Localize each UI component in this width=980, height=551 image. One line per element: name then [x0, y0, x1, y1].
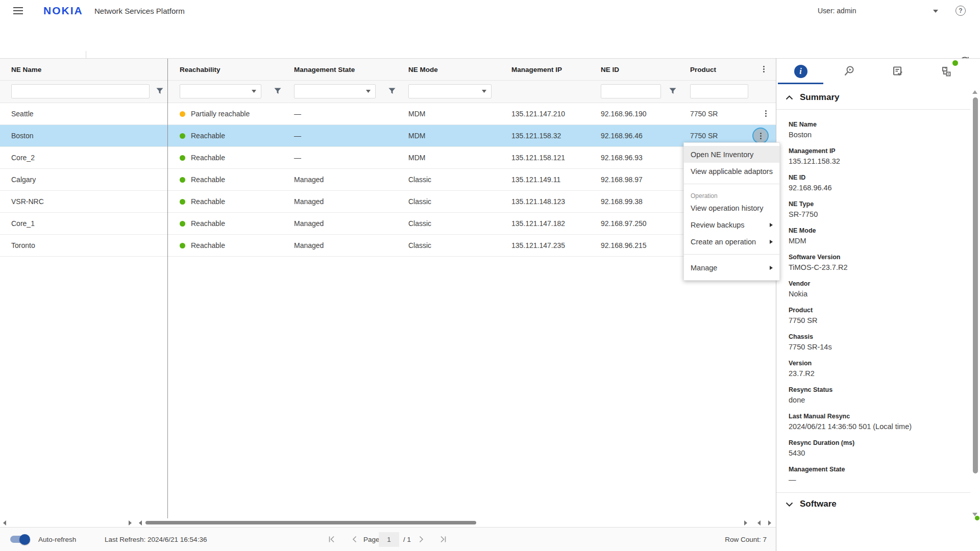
page-number-input[interactable]: [379, 532, 399, 547]
field-label: Resync Duration (ms): [789, 439, 970, 447]
product-filter-input[interactable]: [690, 84, 748, 98]
ne_name-filter-funnel-icon[interactable]: [156, 87, 164, 95]
field-value: 5430: [789, 448, 970, 458]
table-header-row: NE NameReachabilityManagement StateNE Mo…: [0, 59, 776, 81]
column-options-kebab-icon[interactable]: [763, 66, 765, 72]
panel-scrollbar-thumb[interactable]: [973, 97, 978, 473]
cell-ne_mode: Classic: [396, 235, 499, 256]
cell-ne_id: 92.168.99.38: [589, 191, 678, 212]
row-actions-kebab-icon[interactable]: [765, 110, 767, 117]
cell-management_ip: 135.121.148.123: [499, 191, 589, 212]
field-label: Product: [789, 307, 970, 314]
management_state-filter-funnel-icon[interactable]: [388, 87, 396, 95]
tab-search[interactable]: [825, 59, 873, 84]
field-label: Software Version: [789, 254, 970, 261]
scroll-right-icon[interactable]: [744, 520, 747, 525]
first-page-icon[interactable]: [328, 536, 335, 543]
cell-text: 7750 SR: [690, 132, 718, 140]
cell-ne_mode: MDM: [396, 103, 499, 124]
ne_id-filter-funnel-icon[interactable]: [669, 87, 677, 95]
field-label: NE ID: [789, 174, 970, 182]
menu-item-manage[interactable]: Manage: [684, 259, 779, 277]
column-header-management_state[interactable]: Management State: [282, 59, 396, 80]
menu-item-view-operation-history[interactable]: View operation history: [684, 199, 779, 216]
tab-info[interactable]: i: [776, 59, 825, 84]
cell-text: 135.121.158.121: [511, 154, 565, 162]
help-icon[interactable]: ?: [955, 6, 966, 16]
scroll-left-icon[interactable]: [139, 520, 142, 525]
software-section-header[interactable]: Software: [786, 499, 970, 509]
summary-field-ne-name: NE NameBoston: [789, 121, 970, 139]
panel-scroll-up-icon[interactable]: [972, 90, 977, 94]
table-row-Seattle[interactable]: SeattlePartially reachable—MDM135.121.14…: [0, 103, 776, 125]
summary-field-version: Version23.7.R2: [789, 360, 970, 378]
ne_mode-filter-select[interactable]: [408, 84, 492, 98]
table-row-VSR-NRC[interactable]: VSR-NRCReachableManagedClassic135.121.14…: [0, 191, 776, 213]
table-row-Toronto[interactable]: TorontoReachableManagedClassic135.121.14…: [0, 235, 776, 257]
field-label: Management IP: [789, 147, 970, 155]
column-header-ne_mode[interactable]: NE Mode: [396, 59, 499, 80]
cell-management_ip: 135.121.158.32: [499, 125, 589, 146]
table-row-Core_1[interactable]: Core_1ReachableManagedClassic135.121.147…: [0, 213, 776, 235]
field-value: done: [789, 395, 970, 405]
menu-item-label: Open NE Inventory: [691, 151, 753, 159]
reachability-filter-select[interactable]: [180, 84, 261, 98]
cell-ne_id: 92.168.98.97: [589, 169, 678, 190]
column-header-product[interactable]: Product: [678, 59, 776, 80]
tab-topology[interactable]: [922, 59, 970, 84]
column-header-ne_name[interactable]: NE Name: [0, 59, 167, 80]
cell-text: Reachable: [191, 219, 225, 228]
horizontal-scrollbar-thumb[interactable]: [145, 521, 476, 524]
column-header-management_ip[interactable]: Management IP: [499, 59, 589, 80]
table-row-Core_2[interactable]: Core_2Reachable—MDM135.121.158.12192.168…: [0, 147, 776, 169]
scroll-left-icon[interactable]: [757, 520, 761, 525]
summary-field-software-version: Software VersionTiMOS-C-23.7.R2: [789, 254, 970, 272]
last-page-icon[interactable]: [440, 536, 447, 543]
field-value: 2024/06/21 14:36:50 501 (Local time): [789, 422, 970, 431]
scroll-right-icon[interactable]: [129, 520, 132, 525]
field-value: Boston: [789, 130, 970, 139]
horizontal-scrollbar[interactable]: [0, 518, 776, 527]
details-panel: i: [776, 59, 980, 551]
next-page-icon[interactable]: [418, 536, 425, 543]
cell-text: Classic: [408, 219, 431, 228]
scroll-left-icon[interactable]: [3, 520, 6, 525]
menu-item-review-backups[interactable]: Review backups: [684, 216, 779, 233]
row-actions-kebab-button-active[interactable]: [752, 128, 769, 144]
menu-item-create-an-operation[interactable]: Create an operation: [684, 233, 779, 250]
scroll-right-icon[interactable]: [768, 520, 771, 525]
summary-fields: NE NameBostonManagement IP135.121.158.32…: [776, 110, 970, 484]
summary-field-ne-id: NE ID92.168.96.46: [789, 174, 970, 192]
summary-field-ne-mode: NE ModeMDM: [789, 227, 970, 245]
user-caret-down-icon[interactable]: [933, 10, 938, 13]
cell-ne_id: 92.168.96.93: [589, 147, 678, 168]
management_state-filter-select[interactable]: [294, 84, 376, 98]
cell-text: Core_1: [11, 219, 35, 228]
cell-ne_id: 92.168.96.215: [589, 235, 678, 256]
hamburger-menu-icon[interactable]: [13, 7, 23, 14]
auto-refresh-toggle[interactable]: [10, 536, 29, 543]
summary-section-header[interactable]: Summary: [786, 92, 970, 103]
cell-text: Managed: [294, 219, 324, 228]
menu-item-view-applicable-adaptors[interactable]: View applicable adaptors: [684, 163, 779, 180]
tab-checklist[interactable]: [873, 59, 922, 84]
previous-page-icon[interactable]: [351, 536, 358, 543]
cell-text: Reachable: [191, 154, 225, 162]
ne_name-filter-input[interactable]: [11, 84, 150, 98]
details-panel-tabs: i: [776, 59, 970, 84]
ne_id-filter-input[interactable]: [601, 84, 661, 98]
chevron-down-icon: [786, 502, 793, 507]
reachability-filter-funnel-icon[interactable]: [274, 87, 282, 95]
cell-reachability: Partially reachable: [167, 103, 282, 124]
column-header-ne_id[interactable]: NE ID: [589, 59, 678, 80]
top-bar: NOKIA Network Services Platform User: ad…: [0, 0, 980, 22]
cell-text: 92.168.98.97: [601, 176, 643, 184]
column-header-reachability[interactable]: Reachability: [167, 59, 282, 80]
table-row-Boston[interactable]: BostonReachable—MDM135.121.158.3292.168.…: [0, 125, 776, 147]
menu-item-open-ne-inventory[interactable]: Open NE Inventory: [684, 146, 779, 163]
last-refresh-text: Last Refresh: 2024/6/21 16:54:36: [105, 536, 207, 543]
user-menu[interactable]: User: admin: [818, 7, 856, 15]
menu-item-label: Create an operation: [691, 238, 756, 246]
auto-refresh-label: Auto-refresh: [38, 536, 76, 543]
table-row-Calgary[interactable]: CalgaryReachableManagedClassic135.121.14…: [0, 169, 776, 191]
